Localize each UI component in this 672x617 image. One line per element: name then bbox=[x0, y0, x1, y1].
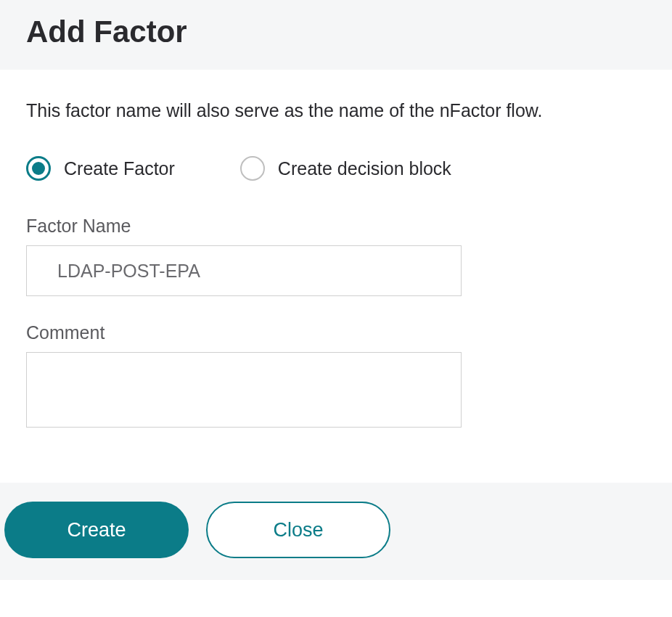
radio-label-create-factor: Create Factor bbox=[64, 158, 175, 179]
dialog-content: This factor name will also serve as the … bbox=[0, 70, 672, 483]
factor-name-field-group: Factor Name bbox=[26, 216, 646, 296]
radio-create-decision-block[interactable]: Create decision block bbox=[240, 156, 451, 181]
create-button[interactable]: Create bbox=[4, 502, 189, 558]
radio-icon bbox=[240, 156, 265, 181]
page-title: Add Factor bbox=[26, 15, 646, 49]
comment-input[interactable] bbox=[26, 352, 462, 428]
close-button[interactable]: Close bbox=[206, 502, 390, 558]
factor-name-label: Factor Name bbox=[26, 216, 646, 237]
comment-label: Comment bbox=[26, 322, 646, 343]
comment-field-group: Comment bbox=[26, 322, 646, 430]
description-text: This factor name will also serve as the … bbox=[26, 100, 646, 121]
radio-create-factor[interactable]: Create Factor bbox=[26, 156, 175, 181]
radio-icon bbox=[26, 156, 51, 181]
radio-label-create-decision-block: Create decision block bbox=[278, 158, 451, 179]
factor-name-input[interactable] bbox=[26, 245, 462, 296]
dialog-footer: Create Close bbox=[0, 483, 672, 580]
radio-group: Create Factor Create decision block bbox=[26, 156, 646, 181]
dialog-header: Add Factor bbox=[0, 0, 672, 70]
